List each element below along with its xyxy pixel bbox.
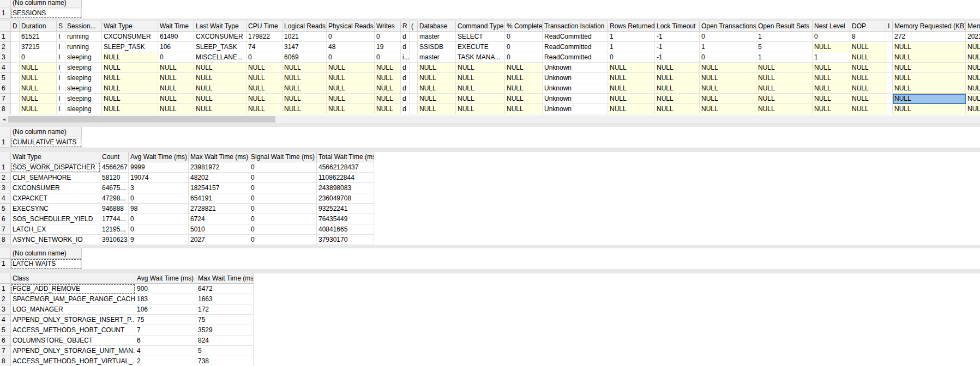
grid-cell[interactable]: NULL <box>158 104 194 114</box>
grid-cell[interactable]: NULL <box>966 104 980 114</box>
grid-cell[interactable]: I <box>57 94 65 104</box>
row-number[interactable]: 3 <box>0 183 11 193</box>
grid-cell[interactable]: 1 <box>608 32 655 42</box>
grid-cell[interactable]: NULL <box>375 104 401 114</box>
grid-cell[interactable]: NULL <box>813 42 850 52</box>
grid-cell[interactable]: 6724 <box>189 214 249 224</box>
row-number[interactable]: 7 <box>0 224 11 235</box>
grid-cell[interactable]: NULL <box>756 94 813 104</box>
grid-cell[interactable]: 3910623 <box>100 235 129 245</box>
grid-cell[interactable]: I <box>57 83 65 94</box>
row-number[interactable]: 1 <box>0 162 11 173</box>
grid-cell[interactable]: 98 <box>129 204 189 214</box>
grid-cell[interactable]: NULL <box>700 104 756 114</box>
column-header[interactable]: Transaction Isolation <box>543 21 608 32</box>
grid-cell[interactable]: NULL <box>375 63 401 73</box>
grid-cell[interactable]: 1 <box>756 52 813 63</box>
grid-cell[interactable]: 0 <box>249 173 317 183</box>
grid-cell[interactable]: 1021 <box>282 32 327 42</box>
grid-cell[interactable]: 0 <box>129 193 189 204</box>
column-header[interactable]: Wait Time <box>158 21 194 32</box>
grid-cell[interactable]: NULL <box>246 94 282 104</box>
grid-cell[interactable]: NULL <box>850 52 886 63</box>
grid-cell[interactable]: 0 <box>129 224 189 235</box>
grid-cell[interactable]: master <box>418 52 456 63</box>
row-number[interactable]: 2 <box>0 42 11 52</box>
grid-cell[interactable]: 0 <box>327 32 375 42</box>
grid-cell[interactable]: NULL <box>756 73 813 83</box>
grid-cell[interactable]: NULL <box>282 83 327 94</box>
column-header[interactable]: Wait Type <box>11 152 100 162</box>
column-header[interactable]: Nest Level <box>813 21 850 32</box>
grid-cell[interactable]: 2027 <box>189 235 249 245</box>
grid-cell[interactable] <box>886 73 893 83</box>
grid-cell[interactable]: 0 <box>20 52 57 63</box>
grid-cell[interactable]: 0 <box>608 52 655 63</box>
row-number[interactable]: 5 <box>0 73 11 83</box>
grid-cell[interactable]: 183 <box>135 294 196 304</box>
grid-cell[interactable]: CXCONSUMER <box>102 32 158 42</box>
column-header[interactable]: R <box>401 21 410 32</box>
column-header[interactable]: Open Result Sets <box>756 21 813 32</box>
grid-cell[interactable]: 9999 <box>129 162 189 173</box>
grid-cell[interactable]: sleeping <box>65 52 102 63</box>
grid-cell[interactable]: NULL <box>327 104 375 114</box>
grid-cell[interactable]: 4566267 <box>100 162 129 173</box>
corner-cell[interactable] <box>0 21 11 32</box>
grid-cell[interactable]: NULL <box>893 73 966 83</box>
grid-cell[interactable]: 1 <box>608 42 655 52</box>
row-number[interactable]: 2 <box>0 294 11 304</box>
grid-cell[interactable]: 18254157 <box>189 183 249 193</box>
grid-cell[interactable]: NULL <box>375 73 401 83</box>
row-number[interactable]: 8 <box>0 356 11 366</box>
grid-cell[interactable]: 45662128437 <box>317 162 374 173</box>
grid-cell[interactable]: CLR_SEMAPHORE <box>11 173 100 183</box>
grid-cell[interactable]: ReadCommitted <box>543 42 608 52</box>
grid-cell[interactable]: NULL <box>655 83 700 94</box>
grid-cell[interactable]: NULL <box>20 94 57 104</box>
grid-cell[interactable] <box>11 63 20 73</box>
grid-cell[interactable]: -1 <box>655 42 700 52</box>
grid-cell[interactable]: NULL <box>966 42 980 52</box>
grid-cell[interactable]: 64675... <box>100 183 129 193</box>
grid-cell[interactable]: Unknown <box>543 73 608 83</box>
column-header[interactable]: Class <box>11 273 135 284</box>
grid-cell[interactable]: 1 <box>813 52 850 63</box>
grid-cell[interactable]: d <box>401 63 410 73</box>
grid-cell[interactable]: 900 <box>135 284 196 294</box>
grid-cell[interactable]: 40841665 <box>317 224 374 235</box>
grid-cell[interactable] <box>410 94 418 104</box>
grid-cell[interactable]: LATCH WAITS <box>11 259 82 269</box>
grid-cell[interactable]: I <box>57 73 65 83</box>
grid-cell[interactable]: ReadCommitted <box>543 52 608 63</box>
grid-cell[interactable]: 236049708 <box>317 193 374 204</box>
grid-cell[interactable] <box>11 94 20 104</box>
grid-cell[interactable]: SLEEP_TASK <box>194 42 246 52</box>
grid-cell[interactable]: NULL <box>418 104 456 114</box>
grid-cell[interactable]: 7 <box>135 325 196 335</box>
grid-cell[interactable] <box>886 42 893 52</box>
grid-cell[interactable]: COLUMNSTORE_OBJECT <box>11 335 135 346</box>
grid-cell[interactable]: sleeping <box>65 73 102 83</box>
grid-cell[interactable]: 6 <box>135 335 196 346</box>
grid-cell[interactable]: NULL <box>850 42 886 52</box>
grid-cell[interactable]: 0 <box>249 214 317 224</box>
row-number[interactable]: 3 <box>0 304 11 315</box>
grid-cell[interactable]: NULL <box>966 52 980 63</box>
grid-cell[interactable]: NULL <box>456 73 505 83</box>
grid-cell[interactable]: Unknown <box>543 94 608 104</box>
row-number[interactable]: 6 <box>0 83 11 94</box>
grid-cell[interactable]: NULL <box>102 83 158 94</box>
grid-cell[interactable]: NULL <box>893 83 966 94</box>
grid-cell[interactable]: NULL <box>102 104 158 114</box>
grid-cell[interactable]: 93252241 <box>317 204 374 214</box>
grid-cell[interactable]: CXCONSUMER <box>194 32 246 42</box>
grid-cell[interactable]: 0 <box>327 52 375 63</box>
grid-cell[interactable]: 243898083 <box>317 183 374 193</box>
grid-cell[interactable]: NULL <box>655 104 700 114</box>
grid-cell[interactable]: ACCESS_METHODS_HOBT_COUNT <box>11 325 135 335</box>
grid-cell[interactable]: 75 <box>196 315 254 325</box>
grid-cell[interactable]: NULL <box>608 83 655 94</box>
row-number[interactable]: 4 <box>0 315 11 325</box>
column-header[interactable]: Max Wait Time (ms) <box>196 273 254 284</box>
